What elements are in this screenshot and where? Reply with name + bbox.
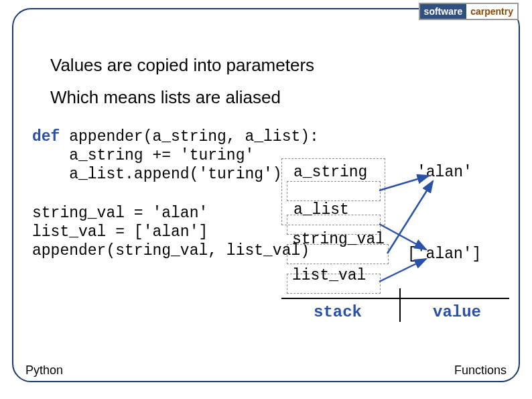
logo-right: carpentry — [466, 4, 517, 19]
code-body-2: a_list.append('turing') — [32, 166, 282, 183]
code-stmt-1: string_val = 'alan' — [32, 205, 208, 222]
code-calls: string_val = 'alan' list_val = ['alan'] … — [32, 204, 310, 260]
logo-swc: software carpentry — [419, 3, 519, 20]
code-def-sig: appender(a_string, a_list): — [60, 128, 318, 146]
heading-line-2: Which means lists are aliased — [50, 87, 281, 108]
logo-left: software — [420, 4, 467, 19]
keyword-def: def — [32, 128, 60, 146]
footer-right: Functions — [454, 363, 507, 378]
code-function-def: def appender(a_string, a_list): a_string… — [32, 127, 319, 184]
footer-left: Python — [25, 363, 63, 378]
heading-line-1: Values are copied into parameters — [50, 55, 314, 76]
code-stmt-2: list_val = ['alan'] — [32, 223, 208, 241]
code-stmt-3: appender(string_val, list_val) — [32, 242, 310, 260]
code-body-1: a_string += 'turing' — [32, 147, 254, 164]
slide-root: software carpentry Values are copied int… — [0, 0, 532, 399]
